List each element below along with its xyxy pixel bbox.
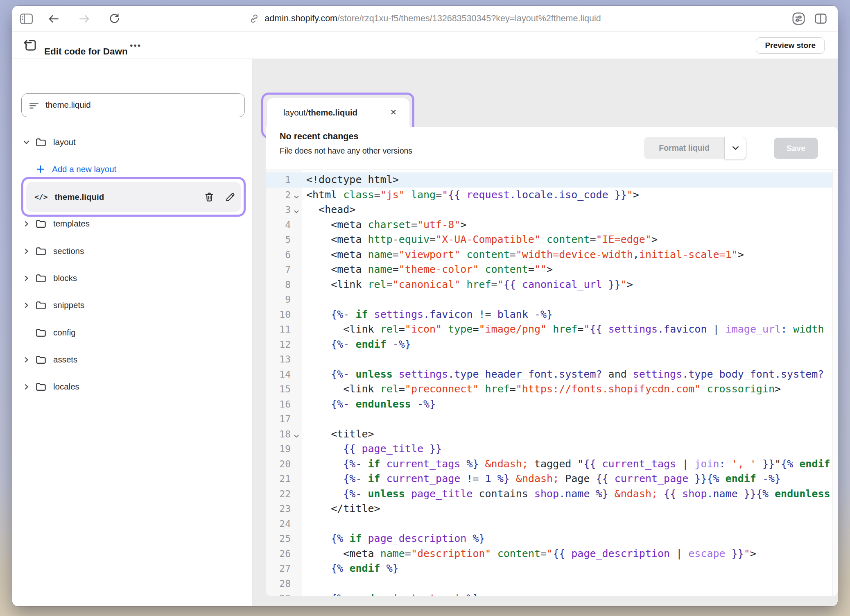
tab-theme-liquid[interactable]: layout/theme.liquid ✕ xyxy=(267,98,409,127)
code-line: 11 <link rel="icon" type="image/png" hre… xyxy=(266,322,838,337)
code-line: 14 {%- unless settings.type_header_font.… xyxy=(266,367,838,382)
format-liquid-button[interactable]: Format liquid xyxy=(644,137,724,159)
file-sidebar: layoutAdd a new layout</>theme.liquidtem… xyxy=(12,59,253,606)
line-number: 8 xyxy=(266,277,291,292)
code-line-text[interactable]: <title> xyxy=(306,427,838,442)
code-line-text[interactable]: {%- unless page_title contains shop.name… xyxy=(306,487,838,502)
format-dropdown-button[interactable] xyxy=(724,137,746,159)
chevron-right-icon xyxy=(23,384,29,390)
link-icon xyxy=(249,14,259,24)
save-button[interactable]: Save xyxy=(774,138,818,159)
code-line-text[interactable]: <meta http-equiv="X-UA-Compatible" conte… xyxy=(306,232,838,247)
code-line: 21 {%- if current_page != 1 %} &ndash; P… xyxy=(266,471,838,487)
rename-file-button[interactable] xyxy=(224,191,236,203)
more-actions-button[interactable]: ••• xyxy=(127,32,144,59)
sidebar-toggle-icon[interactable] xyxy=(16,6,36,32)
code-line-text[interactable]: <meta name="viewport" content="width=dev… xyxy=(306,247,838,263)
sidebar-item-blocks[interactable]: blocks xyxy=(12,270,249,286)
code-line-text[interactable] xyxy=(306,576,838,591)
code-line-text[interactable]: <html class="js" lang="{{ request.locale… xyxy=(306,188,838,203)
line-number: 19 xyxy=(266,442,291,457)
chevron-right-icon xyxy=(23,221,29,227)
filter-icon xyxy=(29,101,39,110)
fold-toggle-icon[interactable] xyxy=(292,428,301,443)
code-line: 12 {%- endif -%} xyxy=(266,337,838,352)
sidebar-item-theme-liquid[interactable]: </>theme.liquid xyxy=(26,182,241,212)
url-host: admin.shopify.com xyxy=(264,14,337,23)
code-line-text[interactable]: {%- unless settings.type_header_font.sys… xyxy=(306,367,838,382)
code-line-text[interactable]: {%- if settings.favicon != blank -%} xyxy=(306,307,838,322)
status-subtitle: File does not have any other versions xyxy=(280,146,412,156)
address-bar[interactable]: admin.shopify.com/store/rzq1xu-f5/themes… xyxy=(249,6,601,32)
folder-label: layout xyxy=(53,137,76,147)
code-line-text[interactable] xyxy=(306,412,838,427)
line-number: 5 xyxy=(266,232,291,247)
line-number: 9 xyxy=(266,292,291,307)
code-line-text[interactable] xyxy=(306,352,838,367)
chevron-down-icon xyxy=(23,139,29,145)
sidebar-item-assets[interactable]: assets xyxy=(12,351,249,368)
code-line: 3 <head> xyxy=(266,202,838,217)
add-new-layout-button[interactable]: Add a new layout xyxy=(12,161,249,177)
delete-file-button[interactable] xyxy=(203,191,215,203)
line-number: 23 xyxy=(266,501,291,516)
line-number: 14 xyxy=(266,367,291,382)
sidebar-item-templates[interactable]: templates xyxy=(12,215,249,232)
code-line-text[interactable]: <!doctype html> xyxy=(306,172,838,188)
app-header: Edit code for Dawn ••• Preview store xyxy=(12,32,838,59)
page-settings-icon[interactable] xyxy=(789,6,807,32)
preview-store-button[interactable]: Preview store xyxy=(756,37,825,54)
reload-icon[interactable] xyxy=(106,6,123,32)
code-line-text[interactable]: <link rel="icon" type="image/png" href="… xyxy=(306,322,838,337)
sidebar-item-locales[interactable]: locales xyxy=(12,378,249,395)
sidebar-item-config[interactable]: config xyxy=(12,324,249,341)
code-line: 25 {% if page_description %} xyxy=(266,531,838,546)
file-search-box[interactable] xyxy=(21,93,245,117)
back-icon[interactable] xyxy=(45,6,62,32)
code-line-text[interactable]: <meta name="theme-color" content=""> xyxy=(306,262,838,277)
split-view-icon[interactable] xyxy=(812,6,830,32)
code-line-text[interactable]: <link rel="canonical" href="{{ canonical… xyxy=(306,277,838,292)
code-line-text[interactable]: {{ page_title }} xyxy=(306,442,838,457)
scrollbar[interactable] xyxy=(832,170,838,596)
code-line-text[interactable]: {%- if current_tags %} &ndash; tagged "{… xyxy=(306,457,838,472)
code-line-text[interactable] xyxy=(306,516,838,532)
forward-icon[interactable] xyxy=(76,6,93,32)
code-line: 13 xyxy=(266,352,838,367)
sidebar-item-layout[interactable]: layout xyxy=(12,134,249,150)
editor-pane: layout/theme.liquid ✕ No recent changes … xyxy=(253,59,838,606)
code-line-text[interactable]: <link rel="preconnect" href="https://fon… xyxy=(306,382,838,397)
fold-toggle-icon[interactable] xyxy=(292,188,301,204)
code-line-text[interactable]: {% if page_description %} xyxy=(306,531,838,546)
code-line-text[interactable]: <meta name="description" content="{{ pag… xyxy=(306,546,838,562)
line-number: 7 xyxy=(266,262,291,277)
sidebar-item-sections[interactable]: sections xyxy=(12,243,249,259)
folder-label: config xyxy=(53,328,76,337)
search-input[interactable] xyxy=(45,94,237,116)
code-line: 19 {{ page_title }} xyxy=(266,442,838,457)
code-line-text[interactable]: {%- endunless -%} xyxy=(306,397,838,412)
line-number: 13 xyxy=(266,352,291,367)
code-line-text[interactable]: {% endif %} xyxy=(306,561,838,576)
code-line-text[interactable]: {% render 'meta-tags' %} xyxy=(306,591,838,596)
code-line-text[interactable] xyxy=(306,292,838,307)
sidebar-item-snippets[interactable]: snippets xyxy=(12,297,249,313)
code-line-text[interactable]: {%- if current_page != 1 %} &ndash; Page… xyxy=(306,471,838,487)
code-line: 20 {%- if current_tags %} &ndash; tagged… xyxy=(266,457,838,472)
code-line-text[interactable]: <meta charset="utf-8"> xyxy=(306,217,838,233)
line-number: 17 xyxy=(266,412,291,427)
fold-toggle-icon[interactable] xyxy=(292,203,301,218)
chevron-right-icon xyxy=(23,248,29,254)
code-editor[interactable]: 1<!doctype html>2<html class="js" lang="… xyxy=(266,170,838,596)
status-title: No recent changes xyxy=(280,131,358,142)
exit-code-editor-icon[interactable] xyxy=(22,38,38,54)
folder-label: sections xyxy=(53,246,84,256)
code-line-text[interactable]: {%- endif -%} xyxy=(306,337,838,352)
browser-window: admin.shopify.com/store/rzq1xu-f5/themes… xyxy=(12,6,838,606)
code-line-text[interactable]: <head> xyxy=(306,202,838,217)
tab-close-icon[interactable]: ✕ xyxy=(387,105,400,119)
code-line-text[interactable]: </title> xyxy=(306,501,838,516)
code-line: 27 {% endif %} xyxy=(266,561,838,576)
code-line: 16 {%- endunless -%} xyxy=(266,397,838,412)
code-line: 22 {%- unless page_title contains shop.n… xyxy=(266,487,838,502)
